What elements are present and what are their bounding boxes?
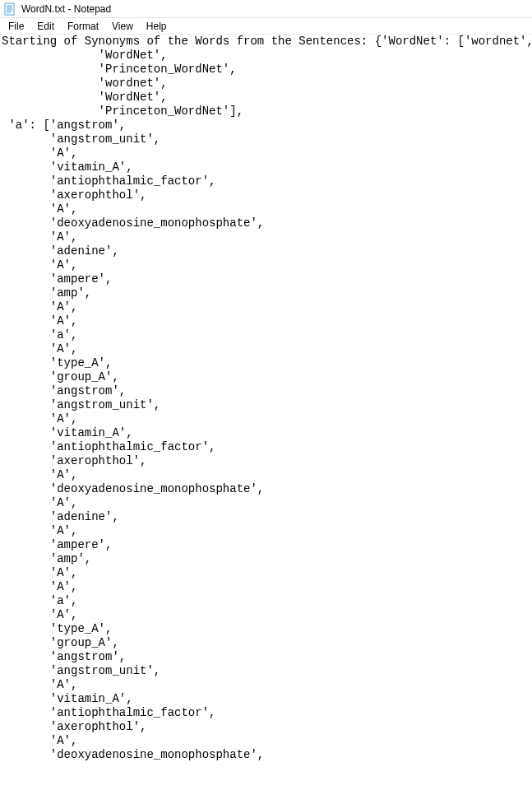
menu-format[interactable]: Format: [61, 20, 105, 33]
menu-file[interactable]: File: [2, 20, 30, 33]
menu-edit[interactable]: Edit: [30, 20, 61, 33]
notepad-icon: [3, 2, 16, 16]
title-bar: WordN.txt - Notepad: [0, 0, 532, 18]
menu-help[interactable]: Help: [140, 20, 173, 33]
text-content-area[interactable]: Starting of Synonyms of the Words from t…: [0, 35, 532, 804]
window-title: WordN.txt - Notepad: [21, 3, 111, 15]
menu-view[interactable]: View: [105, 20, 140, 33]
menu-bar: File Edit Format View Help: [0, 18, 532, 35]
